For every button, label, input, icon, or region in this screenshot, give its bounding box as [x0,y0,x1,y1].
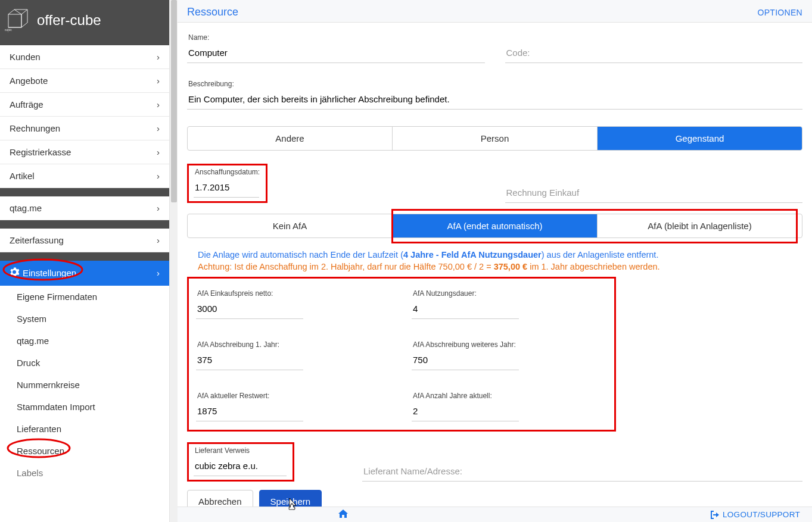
nav-item-einstellungen[interactable]: Einstellungen › [0,261,169,286]
nav-item-artikel[interactable]: Artikel› [0,164,169,188]
afa-einkauf-input[interactable] [196,300,303,319]
afa-jahre-label: AfA Anzahl Jahre aktuell: [413,392,607,400]
sub-item-labels[interactable]: Labels [0,462,169,484]
page-title: Ressource [187,6,238,18]
beschreibung-input[interactable] [187,90,802,110]
nav-label: Einstellungen [23,268,76,278]
tab-gegenstand[interactable]: Gegenstand [598,127,802,150]
type-segment-group: Andere Person Gegenstand [187,126,802,151]
chevron-right-icon: › [157,171,160,181]
info-text: Die Anlage wird automatisch nach Ende de… [198,249,802,273]
nav-label: Kunden [10,52,41,62]
brand-logo: cubic zebra [5,8,32,32]
nav-separator [0,188,169,196]
afa-abschr1-input[interactable] [196,351,303,370]
nav-label: Registrierkasse [10,147,71,157]
nav-item-qtagme[interactable]: qtag.me› [0,196,169,220]
home-icon[interactable] [338,510,348,520]
nav-item-zeiterfassung[interactable]: Zeiterfassung› [0,229,169,252]
nav-item-auftraege[interactable]: Aufträge› [0,93,169,117]
afa-einkauf-label: AfA Einkaufspreis netto: [197,289,391,298]
nav-item-kunden[interactable]: Kunden› [0,45,169,69]
afa-abschrw-label: AfA Abschreibung weiteres Jahr: [413,340,607,349]
logout-link[interactable]: LOGOUT/SUPPORT [711,510,800,519]
nav-separator [0,220,169,229]
sub-item-ressourcen[interactable]: Ressourcen [0,440,169,462]
sub-item-nummernkreise[interactable]: Nummernkreise [0,374,169,396]
sub-item-system[interactable]: System [0,308,169,330]
code-input[interactable] [505,44,803,63]
tab-andere[interactable]: Andere [188,127,393,150]
afa-jahre-input[interactable] [412,402,519,421]
nav-label: Rechnungen [10,123,60,133]
afa-nutzung-input[interactable] [412,300,519,319]
afa-abschr1-label: AfA Abschreibung 1. Jahr: [197,340,391,349]
chevron-right-icon: › [157,52,160,62]
gear-icon [10,267,19,279]
sub-item-lieferanten[interactable]: Lieferanten [0,418,169,440]
nav-label: Angebote [10,76,48,86]
chevron-right-icon: › [157,99,160,110]
svg-text:zebra: zebra [5,31,13,32]
nav-label: Aufträge [10,99,43,110]
optionen-link[interactable]: OPTIONEN [757,8,802,17]
rechnung-einkauf-input[interactable] [505,184,803,203]
tab-afa-auto[interactable]: AfA (endet automatisch) [393,214,598,237]
logout-icon [711,511,719,519]
nav-label: Artikel [10,171,35,181]
nav-label: qtag.me [10,203,42,213]
lieferant-label: Lieferant Verweis [195,446,287,455]
chevron-right-icon: › [157,235,160,245]
sub-item-qtagme[interactable]: qtag.me [0,330,169,352]
main-panel: Ressource OPTIONEN Name: Beschreibung: [178,0,812,522]
brand-title: offer-cube [37,12,101,29]
chevron-right-icon: › [157,147,160,157]
afa-abschrw-input[interactable] [412,351,519,370]
beschreibung-label: Beschreibung: [188,80,802,88]
sub-item-firmendaten[interactable]: Eigene Firmendaten [0,286,169,308]
chevron-right-icon: › [157,268,160,278]
chevron-right-icon: › [157,123,160,133]
sidebar: cubic zebra offer-cube Kunden› Angebote›… [0,0,178,522]
footer-bar: LOGOUT/SUPPORT [178,507,812,522]
lieferant-name-input[interactable] [362,462,802,482]
tab-afa-bleibt[interactable]: AfA (bleibt in Anlagenliste) [598,214,802,237]
nav-label: Ressourcen [17,446,64,456]
afa-nutzung-label: AfA Nutzungsdauer: [413,289,607,298]
afa-rest-label: AfA aktueller Restwert: [197,392,391,400]
scrollbar-thumb[interactable] [171,0,177,202]
lieferant-input[interactable] [194,457,287,476]
sub-item-druck[interactable]: Druck [0,352,169,374]
svg-line-1 [21,10,27,14]
logout-label: LOGOUT/SUPPORT [723,510,800,519]
tab-person[interactable]: Person [393,127,598,150]
svg-rect-0 [8,14,21,27]
brand-header: cubic zebra offer-cube [0,0,169,45]
sub-item-stammdaten[interactable]: Stammdaten Import [0,396,169,418]
code-label-spacer [506,33,803,42]
nav-label: Zeiterfassung [10,235,64,245]
chevron-right-icon: › [157,203,160,213]
nav-item-angebote[interactable]: Angebote› [0,69,169,93]
nav-item-registrierkasse[interactable]: Registrierkasse› [0,140,169,164]
nav-item-rechnungen[interactable]: Rechnungen› [0,117,169,140]
anschaffung-label: Anschaffungsdatum: [195,168,260,176]
name-label: Name: [188,33,485,42]
anschaffung-input[interactable] [194,179,259,198]
afa-fields-box: AfA Einkaufspreis netto: AfA Nutzungsdau… [187,277,616,432]
afa-rest-input[interactable] [196,402,303,421]
tab-kein-afa[interactable]: Kein AfA [188,214,393,237]
name-input[interactable] [187,44,485,63]
main-header: Ressource OPTIONEN [178,0,812,23]
chevron-right-icon: › [157,76,160,86]
afa-segment-group: Kein AfA AfA (endet automatisch) AfA (bl… [187,214,802,238]
nav-separator [0,252,169,261]
sidebar-scrollbar[interactable] [169,0,178,522]
